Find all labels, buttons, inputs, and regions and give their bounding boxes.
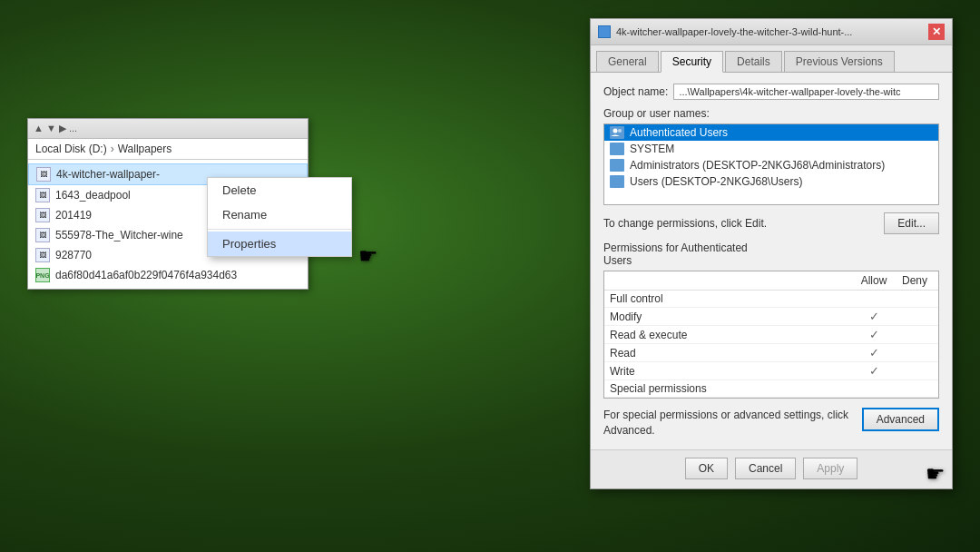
file-name-2: 201419 <box>55 209 92 222</box>
edit-button[interactable]: Edit... <box>884 212 939 234</box>
perm-row-4: Write ✓ <box>604 362 938 380</box>
breadcrumb-separator: › <box>111 143 114 155</box>
file-name-4: 928770 <box>55 249 92 261</box>
advanced-button[interactable]: Advanced <box>862 408 939 431</box>
tab-previous-versions[interactable]: Previous Versions <box>784 51 895 72</box>
dialog-close-button[interactable]: ✕ <box>928 24 945 40</box>
svg-point-5 <box>613 178 618 182</box>
perm-row-1: Modify ✓ <box>604 308 938 326</box>
group-label: Group or user names: <box>603 107 939 120</box>
context-divider <box>208 229 351 230</box>
file-icon-1: 🖼 <box>35 188 50 202</box>
perm-row-0: Full control <box>604 291 938 308</box>
svg-point-3 <box>613 162 618 166</box>
permissions-section: Allow Deny Full control Modify ✓ Read & … <box>603 271 939 399</box>
advanced-text: For special permissions or advanced sett… <box>603 408 862 439</box>
file-name-3: 555978-The_Witcher-wine <box>55 229 183 242</box>
file-icon-3: 🖼 <box>35 228 50 242</box>
dialog-titlebar: 4k-witcher-wallpaper-lovely-the-witcher-… <box>591 19 952 45</box>
file-icon-2: 🖼 <box>35 208 50 222</box>
file-name-0: 4k-witcher-wallpaper- <box>56 168 160 181</box>
dialog-body: Object name: ...\Wallpapers\4k-witcher-w… <box>591 73 952 449</box>
perm-row-2: Read & execute ✓ <box>604 326 938 344</box>
perm-allow-3: ✓ <box>851 346 897 360</box>
svg-point-2 <box>613 145 618 150</box>
breadcrumb-part1: Local Disk (D:) <box>35 143 107 155</box>
properties-dialog: 4k-witcher-wallpaper-lovely-the-witcher-… <box>590 18 953 489</box>
svg-point-1 <box>618 129 622 133</box>
file-name-5: da6f80d41a6af0b229f0476f4a934d63 <box>55 269 237 281</box>
user-name-3: Users (DESKTOP-2NKGJ68\Users) <box>630 175 802 188</box>
dialog-title-container: 4k-witcher-wallpaper-lovely-the-witcher-… <box>598 25 852 38</box>
ok-button[interactable]: OK <box>685 458 728 479</box>
user-name-1: SYSTEM <box>630 143 674 155</box>
object-name-label: Object name: <box>603 85 668 98</box>
user-name-2: Administrators (DESKTOP-2NKGJ68\Administ… <box>630 159 885 172</box>
perms-header: Allow Deny <box>604 271 938 291</box>
context-menu-rename[interactable]: Rename <box>208 202 351 227</box>
user-icon-3 <box>610 175 624 188</box>
perm-allow-1: ✓ <box>851 310 897 323</box>
perm-allow-4: ✓ <box>851 364 897 378</box>
dialog-tabs: General Security Details Previous Versio… <box>591 45 952 73</box>
dialog-title-text: 4k-witcher-wallpaper-lovely-the-witcher-… <box>616 26 852 37</box>
explorer-header-text: ▲ ▼ ▶ ... <box>34 123 77 134</box>
advanced-row: For special permissions or advanced sett… <box>603 408 939 439</box>
file-icon-5: PNG <box>35 268 50 282</box>
user-icon-0 <box>610 126 624 139</box>
apply-button[interactable]: Apply <box>803 458 858 479</box>
tab-security[interactable]: Security <box>661 51 723 73</box>
cursor-hand-properties: ☛ <box>358 243 378 269</box>
file-name-1: 1643_deadpool <box>55 189 131 202</box>
context-menu-properties[interactable]: Properties <box>208 232 351 256</box>
svg-point-6 <box>618 178 622 182</box>
tab-general[interactable]: General <box>596 51 659 72</box>
user-name-0: Authenticated Users <box>630 126 728 139</box>
user-icon-1 <box>610 143 624 155</box>
explorer-breadcrumb: Local Disk (D:) › Wallpapers <box>28 139 308 160</box>
perm-row-5: Special permissions <box>604 380 938 398</box>
perms-col-allow: Allow <box>851 274 897 287</box>
perms-col-deny: Deny <box>897 274 933 287</box>
explorer-header: ▲ ▼ ▶ ... <box>28 119 308 139</box>
svg-point-0 <box>613 129 618 133</box>
user-entry-0[interactable]: Authenticated Users <box>604 124 938 141</box>
dialog-footer: OK Cancel Apply <box>591 449 952 488</box>
object-name-value: ...\Wallpapers\4k-witcher-wallpaper-love… <box>673 84 939 100</box>
user-entry-1[interactable]: SYSTEM <box>604 141 938 157</box>
perms-col-label <box>610 274 851 287</box>
file-icon-0: 🖼 <box>36 167 51 182</box>
file-icon-4: 🖼 <box>35 248 50 262</box>
perm-allow-2: ✓ <box>851 328 897 341</box>
object-name-row: Object name: ...\Wallpapers\4k-witcher-w… <box>603 84 939 100</box>
perm-row-3: Read ✓ <box>604 344 938 362</box>
user-entry-3[interactable]: Users (DESKTOP-2NKGJ68\Users) <box>604 173 938 190</box>
context-menu-delete[interactable]: Delete <box>208 178 351 202</box>
user-icon-2 <box>610 159 624 172</box>
context-menu: Delete Rename Properties <box>207 177 352 257</box>
users-listbox[interactable]: Authenticated Users SYSTEM Administrator… <box>603 123 939 205</box>
breadcrumb-part2: Wallpapers <box>118 143 172 155</box>
cancel-button[interactable]: Cancel <box>735 458 796 479</box>
change-perms-row: To change permissions, click Edit. Edit.… <box>603 212 939 234</box>
svg-point-4 <box>618 162 622 165</box>
user-entry-2[interactable]: Administrators (DESKTOP-2NKGJ68\Administ… <box>604 157 938 173</box>
file-item-5[interactable]: PNG da6f80d41a6af0b229f0476f4a934d63 <box>28 265 308 285</box>
tab-details[interactable]: Details <box>725 51 782 72</box>
perms-for-label: Permissions for Authenticated Users <box>603 242 939 267</box>
change-perms-text: To change permissions, click Edit. <box>603 217 767 230</box>
dialog-title-icon <box>598 25 611 38</box>
